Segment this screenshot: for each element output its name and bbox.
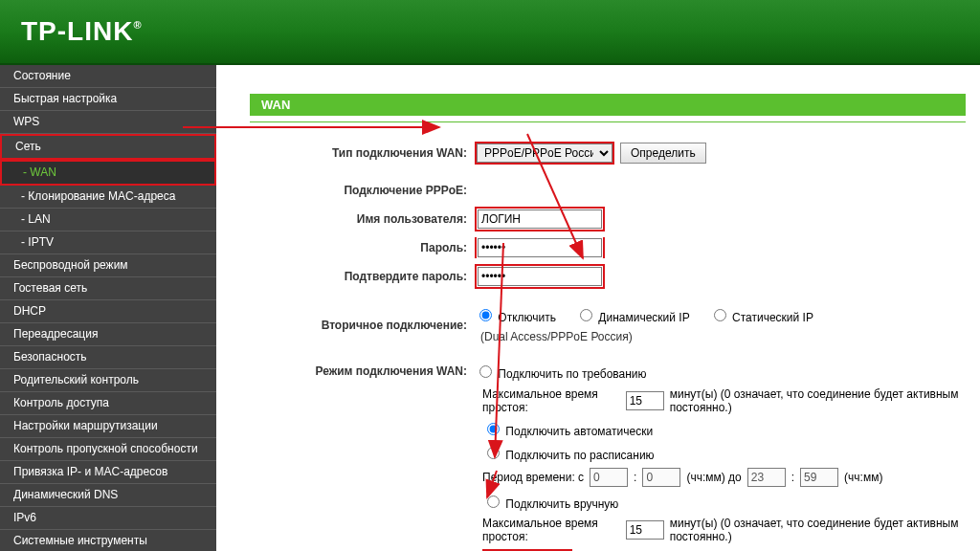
period-to-mm[interactable] [800, 468, 838, 487]
mode-schedule-option[interactable]: Подключить по расписанию [482, 444, 655, 462]
sidebar-item-4[interactable]: - WAN [0, 160, 216, 186]
dual-access-note: (Dual Access/PPPoE Россия) [480, 330, 633, 343]
sidebar-item-13[interactable]: Родительский контроль [0, 369, 216, 392]
label-pppoe-conn: Подключение PPPoE: [250, 184, 475, 197]
secondary-dynip-option[interactable]: Динамический IP [575, 306, 690, 324]
label-username: Имя пользователя: [250, 212, 475, 226]
secondary-disable-option[interactable]: Отключить [475, 306, 556, 324]
sidebar-item-10[interactable]: DHCP [0, 300, 216, 323]
username-input[interactable] [478, 209, 602, 229]
password-input[interactable] [478, 238, 602, 257]
label-confirm: Подтвердите пароль: [250, 270, 475, 283]
idle-unit: минут(ы) (0 означает, что соединение буд… [670, 387, 966, 414]
period-to-hh[interactable] [747, 468, 786, 487]
idle-label: Максимальное время простоя: [482, 387, 620, 414]
label-password: Пароль: [250, 241, 475, 254]
sidebar-item-0[interactable]: Состояние [0, 65, 216, 88]
sidebar-item-18[interactable]: Динамический DNS [0, 484, 216, 507]
sidebar-item-19[interactable]: IPv6 [0, 507, 216, 530]
sidebar-item-20[interactable]: Системные инструменты [0, 530, 216, 551]
sidebar-item-16[interactable]: Контроль пропускной способности [0, 438, 216, 461]
mode-auto-option[interactable]: Подключить автоматически [482, 420, 653, 438]
sidebar-item-9[interactable]: Гостевая сеть [0, 277, 216, 300]
header: TP-LINK® [0, 0, 980, 65]
sidebar-item-2[interactable]: WPS [0, 111, 216, 134]
period-from-hh[interactable] [590, 468, 628, 487]
sidebar-item-8[interactable]: Беспроводной режим [0, 254, 216, 277]
mode-on-demand-option[interactable]: Подключить по требованию [475, 363, 647, 381]
period-label: Период времени: с [482, 471, 584, 484]
sidebar-item-5[interactable]: - Клонирование MAC-адреса [0, 186, 216, 209]
sidebar-item-11[interactable]: Переадресация [0, 323, 216, 346]
sidebar-item-1[interactable]: Быстрая настройка [0, 88, 216, 111]
period-from-mm[interactable] [642, 468, 680, 487]
sidebar-item-3[interactable]: Сеть [0, 134, 216, 160]
sidebar-item-6[interactable]: - LAN [0, 209, 216, 231]
sidebar: СостояниеБыстрая настройкаWPSСеть- WAN- … [0, 65, 216, 551]
secondary-staticip-option[interactable]: Статический IP [709, 306, 813, 324]
main-content: WAN Тип подключения WAN: PPPoE/PPPoE Рос… [216, 65, 980, 551]
brand-logo: TP-LINK® [21, 16, 143, 47]
wan-conn-type-select[interactable]: PPPoE/PPPoE Россия [477, 143, 612, 163]
label-secondary: Вторичное подключение: [250, 319, 475, 332]
sidebar-item-17[interactable]: Привязка IP- и MAC-адресов [0, 461, 216, 484]
detect-button[interactable]: Определить [620, 143, 706, 164]
idle-time-input[interactable] [626, 391, 664, 410]
divider [250, 121, 966, 122]
page-title: WAN [250, 94, 966, 116]
label-conn-type: Тип подключения WAN: [250, 146, 475, 160]
mode-manual-option[interactable]: Подключить вручную [482, 493, 618, 511]
sidebar-item-15[interactable]: Настройки маршрутизации [0, 415, 216, 438]
label-mode: Режим подключения WAN: [250, 364, 475, 378]
idle-time-input-2[interactable] [626, 520, 664, 540]
sidebar-item-14[interactable]: Контроль доступа [0, 392, 216, 415]
idle-unit-2: минут(ы) (0 означает, что соединение буд… [670, 517, 966, 543]
sidebar-item-12[interactable]: Безопасность [0, 346, 216, 369]
idle-label-2: Максимальное время простоя: [482, 517, 620, 543]
confirm-password-input[interactable] [478, 267, 602, 286]
sidebar-item-7[interactable]: - IPTV [0, 231, 216, 254]
